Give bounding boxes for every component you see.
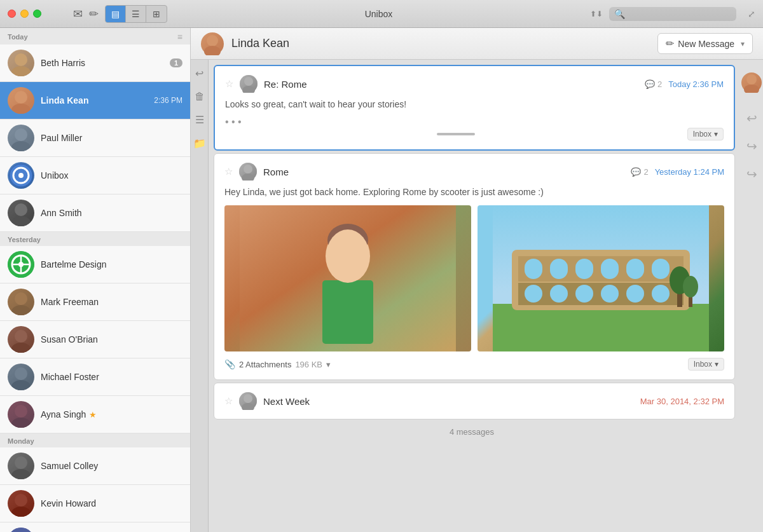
svg-point-9	[15, 203, 27, 216]
svg-rect-46	[493, 304, 709, 351]
avatar-linda	[8, 87, 34, 114]
delete-icon[interactable]: 🗑	[195, 91, 205, 102]
forward-icon[interactable]: ↪	[746, 167, 757, 182]
attach-label: 2 Attachments	[239, 360, 291, 369]
avatar-unibox	[8, 162, 34, 189]
sidebar-item-bartelme[interactable]: Bartelme Design	[0, 246, 190, 283]
attach-dropdown-icon: ▾	[326, 360, 331, 369]
expand-icon[interactable]: ⤢	[748, 9, 755, 19]
svg-point-24	[15, 456, 27, 469]
message-card-2[interactable]: ☆ Rome 💬 2 Yesterday 1:24 PM	[214, 153, 735, 380]
main-layout: Today ≡ Beth Harris 1 Linda Kean 2:36 PM	[0, 28, 763, 532]
svg-point-68	[746, 74, 757, 85]
archive-icon[interactable]: ☰	[195, 114, 204, 126]
sidebar-item-ayna[interactable]: Ayna Singh ★	[0, 396, 190, 433]
msg3-star-icon[interactable]: ☆	[224, 395, 233, 407]
msg2-inbox-badge[interactable]: Inbox ▾	[688, 358, 724, 371]
compose-icon: ✏	[666, 38, 674, 50]
message-card-3[interactable]: ☆ Next Week Mar 30, 2014, 2:32 PM	[214, 383, 735, 419]
nav-arrows[interactable]: ⬆⬇	[590, 10, 603, 18]
search-box[interactable]: 🔍	[609, 7, 736, 21]
svg-rect-53	[626, 259, 644, 279]
messages-list: ☆ Re: Rome 💬 2 Today 2:36 PM	[209, 60, 740, 532]
svg-rect-58	[575, 285, 593, 303]
sidebar-item-susan[interactable]: Susan O'Brian	[0, 321, 190, 358]
sidebar-item-paul[interactable]: Paul Miller	[0, 119, 190, 157]
sidebar-item-unibox[interactable]: Unibox	[0, 157, 190, 194]
msg1-count: 💬 2	[645, 79, 662, 89]
sidebar-item-ann[interactable]: Ann Smith	[0, 194, 190, 232]
content-area: Linda Kean ✏ New Message ▾ ↩ 🗑 ☰ 📁	[191, 28, 763, 532]
view-list[interactable]: ☰	[126, 6, 146, 22]
msg-count-icon: 💬	[645, 79, 655, 89]
msg1-subject: Re: Rome	[264, 79, 638, 90]
app-title: Unibox	[174, 9, 584, 19]
message-card-1[interactable]: ☆ Re: Rome 💬 2 Today 2:36 PM	[214, 65, 735, 151]
svg-point-28	[8, 528, 34, 532]
msg1-star-icon[interactable]: ☆	[225, 78, 233, 90]
bartelme-name: Bartelme Design	[41, 259, 182, 269]
svg-point-35	[242, 86, 255, 93]
reply-icon[interactable]: ↩	[195, 67, 203, 79]
svg-point-8	[18, 173, 24, 178]
avatar-ayna	[8, 401, 34, 428]
sidebar-item-michael[interactable]: Michael Foster	[0, 358, 190, 396]
svg-point-33	[204, 46, 221, 55]
bartelme-info: Bartelme Design	[41, 259, 182, 269]
search-input[interactable]	[628, 9, 731, 18]
svg-rect-56	[525, 285, 542, 303]
msg1-inbox-badge[interactable]: Inbox ▾	[687, 128, 724, 140]
traffic-lights	[8, 10, 41, 18]
contact-name-header: Linda Kean	[231, 37, 657, 50]
minimize-button[interactable]	[20, 10, 29, 18]
svg-point-44	[326, 229, 369, 283]
sidebar-item-eightloops[interactable]: ∞ eightloops	[0, 522, 190, 532]
michael-name: Michael Foster	[41, 372, 182, 382]
filter-icon[interactable]: ≡	[177, 32, 182, 42]
close-button[interactable]	[8, 10, 16, 18]
samuel-name: Samuel Colley	[41, 461, 182, 471]
maximize-button[interactable]	[33, 10, 41, 18]
ann-name: Ann Smith	[41, 208, 182, 218]
ayna-star-icon: ★	[89, 410, 97, 419]
msg2-time: Yesterday 1:24 PM	[655, 167, 724, 177]
reply-single-icon[interactable]: ↩	[746, 111, 757, 126]
beth-name: Beth Harris	[41, 58, 170, 68]
msg1-header: ☆ Re: Rome 💬 2 Today 2:36 PM	[225, 75, 724, 93]
svg-point-27	[11, 507, 31, 517]
image-colosseum	[478, 205, 724, 351]
search-icon: 🔍	[614, 9, 625, 19]
msg2-inbox-dropdown-icon: ▾	[715, 360, 718, 369]
svg-point-25	[11, 469, 31, 479]
view-switcher: ▤ ☰ ⊞	[105, 5, 167, 23]
sidebar-item-linda[interactable]: Linda Kean 2:36 PM	[0, 82, 190, 119]
avatar-paul	[8, 125, 34, 151]
left-toolbar: ↩ 🗑 ☰ 📁	[191, 60, 209, 532]
new-message-button[interactable]: ✏ New Message ▾	[657, 33, 753, 54]
svg-rect-61	[652, 285, 670, 303]
sidebar-item-samuel[interactable]: Samuel Colley	[0, 447, 190, 485]
section-yesterday: Yesterday	[0, 232, 190, 246]
folder-icon[interactable]: 📁	[193, 137, 206, 149]
sidebar-item-kevin[interactable]: Kevin Howard	[0, 485, 190, 522]
avatar-mark	[8, 289, 34, 315]
compose-icon[interactable]: ✏	[89, 7, 99, 21]
sidebar-item-beth[interactable]: Beth Harris 1	[0, 44, 190, 82]
samuel-info: Samuel Colley	[41, 461, 182, 471]
svg-point-65	[683, 276, 698, 297]
view-single[interactable]: ▤	[106, 6, 126, 22]
susan-name: Susan O'Brian	[41, 334, 182, 344]
svg-rect-41	[322, 280, 373, 344]
msg2-star-icon[interactable]: ☆	[224, 166, 233, 177]
svg-point-26	[15, 494, 27, 507]
reply-all-icon[interactable]: ↪	[746, 139, 757, 154]
svg-point-0	[15, 53, 27, 66]
view-grid[interactable]: ⊞	[146, 6, 167, 22]
mail-icon[interactable]: ✉	[73, 7, 83, 21]
svg-point-34	[244, 77, 253, 86]
unibox-name: Unibox	[41, 170, 182, 181]
beth-badge: 1	[170, 58, 182, 67]
header-avatar	[201, 32, 224, 55]
sidebar-item-mark[interactable]: Mark Freeman	[0, 283, 190, 321]
michael-info: Michael Foster	[41, 372, 182, 382]
